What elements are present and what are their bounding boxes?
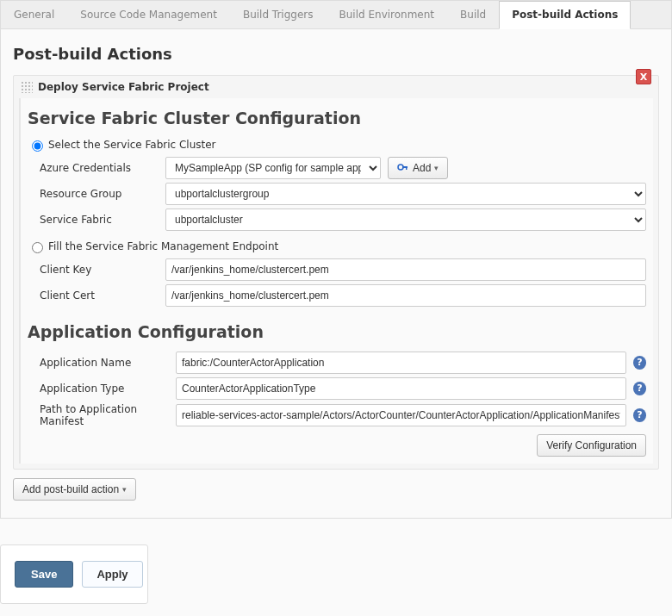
service-fabric-label: Service Fabric [28, 214, 165, 226]
app-name-row: Application Name ? [28, 352, 646, 374]
fill-endpoint-radio[interactable] [32, 242, 43, 253]
add-postbuild-action-button[interactable]: Add post-build action ▾ [13, 478, 136, 501]
delete-step-button[interactable]: X [636, 69, 651, 84]
azure-credentials-select[interactable]: MySampleApp (SP config for sample app) [165, 157, 381, 179]
manifest-path-row: Path to Application Manifest ? [28, 403, 646, 427]
footer-actions: Save Apply [0, 544, 148, 604]
apply-button[interactable]: Apply [82, 561, 142, 588]
client-key-label: Client Key [28, 264, 165, 276]
help-icon[interactable]: ? [633, 408, 646, 422]
save-button[interactable]: Save [15, 561, 73, 588]
app-config-heading: Application Configuration [28, 322, 646, 341]
tab-general[interactable]: General [1, 1, 67, 28]
chevron-down-icon: ▾ [434, 164, 439, 172]
client-cert-input[interactable] [165, 284, 646, 307]
add-action-row: Add post-build action ▾ [13, 478, 659, 501]
verify-configuration-button[interactable]: Verify Configuration [537, 434, 646, 457]
manifest-path-label: Path to Application Manifest [28, 403, 176, 427]
page-content: Post-build Actions Deploy Service Fabric… [0, 29, 672, 519]
add-credentials-button[interactable]: Add ▾ [388, 157, 448, 179]
select-cluster-label: Select the Service Fabric Cluster [48, 139, 216, 151]
fill-endpoint-radio-row: Fill the Service Fabric Management Endpo… [28, 240, 646, 253]
tab-build[interactable]: Build [447, 1, 499, 28]
fill-endpoint-label: Fill the Service Fabric Management Endpo… [48, 240, 278, 252]
drag-handle-icon[interactable] [21, 81, 33, 93]
postbuild-step: Deploy Service Fabric Project X Service … [13, 75, 659, 470]
client-cert-row: Client Cert [28, 284, 646, 307]
app-type-row: Application Type ? [28, 377, 646, 400]
tab-env[interactable]: Build Environment [327, 1, 448, 28]
step-body: Service Fabric Cluster Configuration Sel… [19, 98, 653, 464]
cluster-config-heading: Service Fabric Cluster Configuration [28, 109, 646, 128]
svg-rect-2 [406, 166, 408, 170]
add-postbuild-action-label: Add post-build action [22, 483, 119, 495]
key-icon [397, 162, 409, 175]
help-icon[interactable]: ? [633, 356, 646, 370]
azure-credentials-label: Azure Credentials [28, 162, 165, 174]
app-type-label: Application Type [28, 383, 176, 395]
step-header: Deploy Service Fabric Project X [14, 76, 658, 98]
app-type-input[interactable] [176, 377, 626, 400]
tab-scm[interactable]: Source Code Management [67, 1, 230, 28]
add-credentials-label: Add [413, 162, 431, 174]
client-key-input[interactable] [165, 258, 646, 281]
page-title: Post-build Actions [13, 45, 659, 63]
step-title: Deploy Service Fabric Project [38, 81, 209, 93]
app-name-label: Application Name [28, 357, 176, 369]
app-name-input[interactable] [176, 352, 626, 374]
help-icon[interactable]: ? [633, 382, 646, 395]
select-cluster-radio[interactable] [32, 140, 43, 152]
chevron-down-icon: ▾ [122, 485, 127, 494]
resource-group-select[interactable]: ubportalclustergroup [165, 183, 646, 205]
azure-credentials-row: Azure Credentials MySampleApp (SP config… [28, 157, 646, 179]
tab-postbuild[interactable]: Post-build Actions [499, 1, 631, 29]
manifest-path-input[interactable] [176, 404, 626, 426]
service-fabric-row: Service Fabric ubportalcluster [28, 208, 646, 231]
tab-bar: General Source Code Management Build Tri… [0, 0, 672, 29]
client-key-row: Client Key [28, 258, 646, 281]
client-cert-label: Client Cert [28, 289, 165, 302]
select-cluster-radio-row: Select the Service Fabric Cluster [28, 138, 646, 152]
tab-triggers[interactable]: Build Triggers [230, 1, 327, 28]
verify-row: Verify Configuration [28, 434, 646, 457]
service-fabric-select[interactable]: ubportalcluster [165, 208, 646, 231]
resource-group-row: Resource Group ubportalclustergroup [28, 183, 646, 205]
resource-group-label: Resource Group [28, 188, 165, 200]
